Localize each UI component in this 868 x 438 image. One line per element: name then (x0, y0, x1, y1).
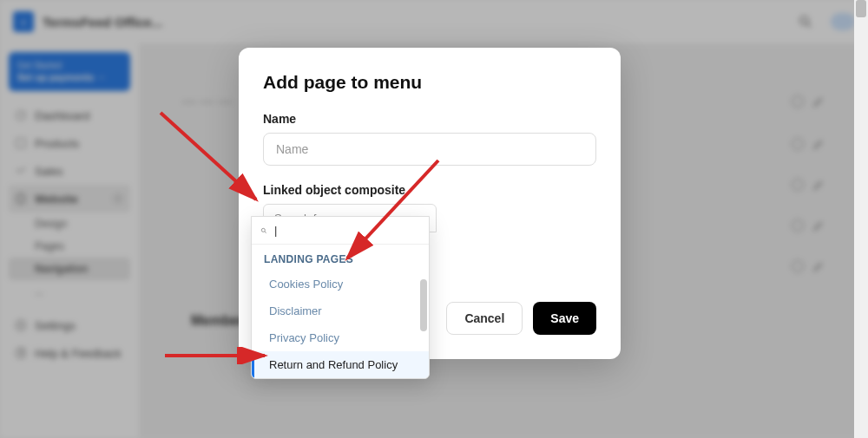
dropdown-option-refund[interactable]: Return and Refund Policy (252, 351, 429, 378)
dropdown-search-input[interactable] (274, 224, 420, 237)
dropdown-option-disclaimer[interactable]: Disclaimer (252, 297, 429, 324)
dropdown-option-cookies[interactable]: Cookies Policy (252, 271, 429, 297)
dropdown-scrollbar[interactable] (420, 279, 427, 331)
name-input[interactable] (263, 133, 596, 166)
scrollbar-thumb[interactable] (856, 0, 866, 17)
svg-line-13 (265, 232, 266, 233)
modal-title: Add page to menu (263, 72, 596, 93)
dropdown-list: LANDING PAGES Cookies Policy Disclaimer … (252, 245, 429, 378)
save-button[interactable]: Save (533, 302, 596, 335)
cancel-button[interactable]: Cancel (446, 302, 523, 335)
dropdown-group-header: LANDING PAGES (252, 245, 429, 271)
name-label: Name (263, 112, 596, 126)
dropdown-search-row (252, 217, 429, 245)
page-scrollbar[interactable] (854, 0, 868, 438)
linked-label: Linked object composite (263, 183, 596, 197)
search-icon (260, 225, 267, 237)
dropdown-panel: LANDING PAGES Cookies Policy Disclaimer … (251, 216, 430, 379)
svg-point-12 (261, 228, 265, 232)
dropdown-option-privacy[interactable]: Privacy Policy (252, 324, 429, 351)
